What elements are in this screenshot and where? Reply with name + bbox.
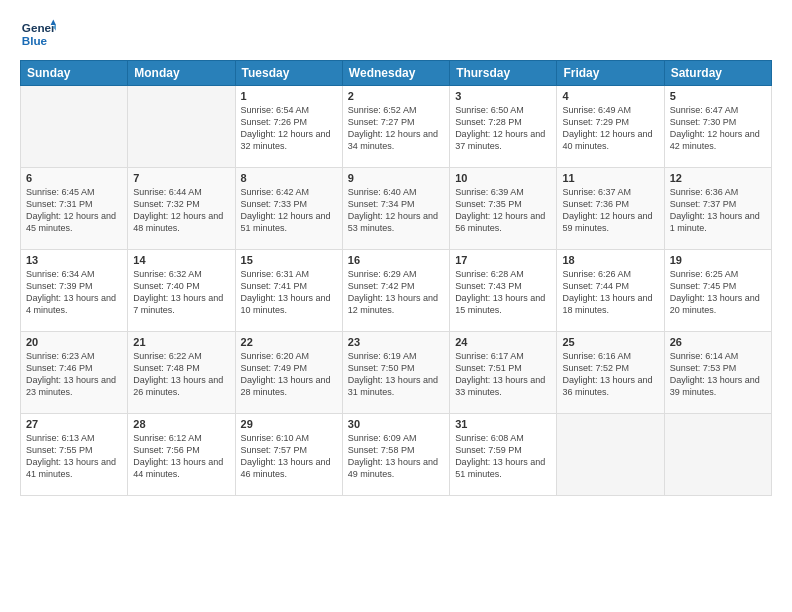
day-info: Sunrise: 6:26 AM Sunset: 7:44 PM Dayligh… <box>562 268 658 317</box>
day-cell <box>664 414 771 496</box>
day-info: Sunrise: 6:37 AM Sunset: 7:36 PM Dayligh… <box>562 186 658 235</box>
day-cell: 2Sunrise: 6:52 AM Sunset: 7:27 PM Daylig… <box>342 86 449 168</box>
day-cell: 22Sunrise: 6:20 AM Sunset: 7:49 PM Dayli… <box>235 332 342 414</box>
day-info: Sunrise: 6:39 AM Sunset: 7:35 PM Dayligh… <box>455 186 551 235</box>
day-number: 11 <box>562 172 658 184</box>
day-header-friday: Friday <box>557 61 664 86</box>
day-info: Sunrise: 6:36 AM Sunset: 7:37 PM Dayligh… <box>670 186 766 235</box>
day-cell: 7Sunrise: 6:44 AM Sunset: 7:32 PM Daylig… <box>128 168 235 250</box>
day-cell: 18Sunrise: 6:26 AM Sunset: 7:44 PM Dayli… <box>557 250 664 332</box>
day-info: Sunrise: 6:14 AM Sunset: 7:53 PM Dayligh… <box>670 350 766 399</box>
day-info: Sunrise: 6:28 AM Sunset: 7:43 PM Dayligh… <box>455 268 551 317</box>
day-number: 2 <box>348 90 444 102</box>
day-number: 7 <box>133 172 229 184</box>
day-info: Sunrise: 6:31 AM Sunset: 7:41 PM Dayligh… <box>241 268 337 317</box>
day-cell: 26Sunrise: 6:14 AM Sunset: 7:53 PM Dayli… <box>664 332 771 414</box>
day-info: Sunrise: 6:17 AM Sunset: 7:51 PM Dayligh… <box>455 350 551 399</box>
day-number: 19 <box>670 254 766 266</box>
day-cell: 19Sunrise: 6:25 AM Sunset: 7:45 PM Dayli… <box>664 250 771 332</box>
day-number: 30 <box>348 418 444 430</box>
day-number: 23 <box>348 336 444 348</box>
day-number: 1 <box>241 90 337 102</box>
day-header-row: SundayMondayTuesdayWednesdayThursdayFrid… <box>21 61 772 86</box>
day-cell: 10Sunrise: 6:39 AM Sunset: 7:35 PM Dayli… <box>450 168 557 250</box>
week-row-1: 6Sunrise: 6:45 AM Sunset: 7:31 PM Daylig… <box>21 168 772 250</box>
day-info: Sunrise: 6:13 AM Sunset: 7:55 PM Dayligh… <box>26 432 122 481</box>
day-info: Sunrise: 6:49 AM Sunset: 7:29 PM Dayligh… <box>562 104 658 153</box>
day-cell: 21Sunrise: 6:22 AM Sunset: 7:48 PM Dayli… <box>128 332 235 414</box>
day-info: Sunrise: 6:22 AM Sunset: 7:48 PM Dayligh… <box>133 350 229 399</box>
day-info: Sunrise: 6:09 AM Sunset: 7:58 PM Dayligh… <box>348 432 444 481</box>
day-cell: 5Sunrise: 6:47 AM Sunset: 7:30 PM Daylig… <box>664 86 771 168</box>
day-number: 8 <box>241 172 337 184</box>
day-header-tuesday: Tuesday <box>235 61 342 86</box>
calendar: SundayMondayTuesdayWednesdayThursdayFrid… <box>20 60 772 496</box>
header: General Blue <box>20 16 772 52</box>
day-info: Sunrise: 6:10 AM Sunset: 7:57 PM Dayligh… <box>241 432 337 481</box>
page: General Blue SundayMondayTuesdayWednesda… <box>0 0 792 506</box>
day-cell: 27Sunrise: 6:13 AM Sunset: 7:55 PM Dayli… <box>21 414 128 496</box>
svg-text:General: General <box>22 21 56 34</box>
day-info: Sunrise: 6:44 AM Sunset: 7:32 PM Dayligh… <box>133 186 229 235</box>
day-info: Sunrise: 6:16 AM Sunset: 7:52 PM Dayligh… <box>562 350 658 399</box>
week-row-2: 13Sunrise: 6:34 AM Sunset: 7:39 PM Dayli… <box>21 250 772 332</box>
day-number: 31 <box>455 418 551 430</box>
day-info: Sunrise: 6:12 AM Sunset: 7:56 PM Dayligh… <box>133 432 229 481</box>
day-cell: 11Sunrise: 6:37 AM Sunset: 7:36 PM Dayli… <box>557 168 664 250</box>
day-header-wednesday: Wednesday <box>342 61 449 86</box>
day-cell: 8Sunrise: 6:42 AM Sunset: 7:33 PM Daylig… <box>235 168 342 250</box>
day-info: Sunrise: 6:47 AM Sunset: 7:30 PM Dayligh… <box>670 104 766 153</box>
day-cell: 25Sunrise: 6:16 AM Sunset: 7:52 PM Dayli… <box>557 332 664 414</box>
day-number: 5 <box>670 90 766 102</box>
day-header-sunday: Sunday <box>21 61 128 86</box>
day-info: Sunrise: 6:45 AM Sunset: 7:31 PM Dayligh… <box>26 186 122 235</box>
day-number: 29 <box>241 418 337 430</box>
day-number: 15 <box>241 254 337 266</box>
day-cell: 17Sunrise: 6:28 AM Sunset: 7:43 PM Dayli… <box>450 250 557 332</box>
day-info: Sunrise: 6:34 AM Sunset: 7:39 PM Dayligh… <box>26 268 122 317</box>
day-number: 22 <box>241 336 337 348</box>
day-number: 6 <box>26 172 122 184</box>
day-cell: 20Sunrise: 6:23 AM Sunset: 7:46 PM Dayli… <box>21 332 128 414</box>
day-cell: 15Sunrise: 6:31 AM Sunset: 7:41 PM Dayli… <box>235 250 342 332</box>
day-info: Sunrise: 6:40 AM Sunset: 7:34 PM Dayligh… <box>348 186 444 235</box>
day-cell: 23Sunrise: 6:19 AM Sunset: 7:50 PM Dayli… <box>342 332 449 414</box>
day-cell: 24Sunrise: 6:17 AM Sunset: 7:51 PM Dayli… <box>450 332 557 414</box>
day-number: 9 <box>348 172 444 184</box>
day-cell: 16Sunrise: 6:29 AM Sunset: 7:42 PM Dayli… <box>342 250 449 332</box>
day-number: 10 <box>455 172 551 184</box>
day-number: 17 <box>455 254 551 266</box>
day-info: Sunrise: 6:19 AM Sunset: 7:50 PM Dayligh… <box>348 350 444 399</box>
calendar-header: SundayMondayTuesdayWednesdayThursdayFrid… <box>21 61 772 86</box>
day-info: Sunrise: 6:42 AM Sunset: 7:33 PM Dayligh… <box>241 186 337 235</box>
day-info: Sunrise: 6:23 AM Sunset: 7:46 PM Dayligh… <box>26 350 122 399</box>
day-cell <box>21 86 128 168</box>
day-cell: 4Sunrise: 6:49 AM Sunset: 7:29 PM Daylig… <box>557 86 664 168</box>
day-info: Sunrise: 6:20 AM Sunset: 7:49 PM Dayligh… <box>241 350 337 399</box>
day-cell: 6Sunrise: 6:45 AM Sunset: 7:31 PM Daylig… <box>21 168 128 250</box>
day-cell: 9Sunrise: 6:40 AM Sunset: 7:34 PM Daylig… <box>342 168 449 250</box>
day-info: Sunrise: 6:32 AM Sunset: 7:40 PM Dayligh… <box>133 268 229 317</box>
week-row-3: 20Sunrise: 6:23 AM Sunset: 7:46 PM Dayli… <box>21 332 772 414</box>
day-info: Sunrise: 6:25 AM Sunset: 7:45 PM Dayligh… <box>670 268 766 317</box>
day-info: Sunrise: 6:50 AM Sunset: 7:28 PM Dayligh… <box>455 104 551 153</box>
day-number: 28 <box>133 418 229 430</box>
day-number: 13 <box>26 254 122 266</box>
day-header-saturday: Saturday <box>664 61 771 86</box>
week-row-4: 27Sunrise: 6:13 AM Sunset: 7:55 PM Dayli… <box>21 414 772 496</box>
logo-icon: General Blue <box>20 16 56 52</box>
day-cell: 28Sunrise: 6:12 AM Sunset: 7:56 PM Dayli… <box>128 414 235 496</box>
day-header-thursday: Thursday <box>450 61 557 86</box>
day-number: 18 <box>562 254 658 266</box>
week-row-0: 1Sunrise: 6:54 AM Sunset: 7:26 PM Daylig… <box>21 86 772 168</box>
day-number: 27 <box>26 418 122 430</box>
day-cell: 3Sunrise: 6:50 AM Sunset: 7:28 PM Daylig… <box>450 86 557 168</box>
logo: General Blue <box>20 16 60 52</box>
day-header-monday: Monday <box>128 61 235 86</box>
day-cell: 29Sunrise: 6:10 AM Sunset: 7:57 PM Dayli… <box>235 414 342 496</box>
day-info: Sunrise: 6:29 AM Sunset: 7:42 PM Dayligh… <box>348 268 444 317</box>
svg-text:Blue: Blue <box>22 34 48 47</box>
day-cell <box>557 414 664 496</box>
day-info: Sunrise: 6:54 AM Sunset: 7:26 PM Dayligh… <box>241 104 337 153</box>
day-number: 4 <box>562 90 658 102</box>
